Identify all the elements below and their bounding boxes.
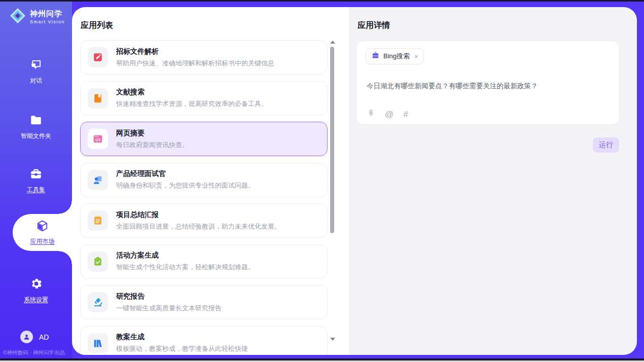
app-detail-card: Bing搜索 × 今日湖北有哪些新闻要点？有哪些需要关注的最新政策？ @ # [356, 41, 620, 125]
folder-icon [29, 114, 43, 129]
app-name: 活动方案生成 [116, 251, 255, 260]
scroll-down-arrow-icon[interactable] [330, 338, 335, 341]
bubble-curve-bottom [59, 251, 72, 264]
app-name: 产品经理面试官 [116, 169, 255, 178]
gear-icon [29, 277, 43, 293]
browser-code-icon [88, 129, 108, 149]
list-item-event-plan[interactable]: 活动方案生成 智能生成个性化活动方案，轻松解决规划难题。 [80, 244, 328, 279]
user-account[interactable]: AD [20, 331, 49, 343]
brand-logo: 神州问学 Smart Vision [9, 7, 65, 26]
app-frame: 神州问学 Smart Vision 对话 智能文件夹 [0, 0, 644, 362]
interviewer-icon [88, 170, 108, 190]
app-name: 项目总结汇报 [116, 210, 281, 220]
sidebar-item-smart-folder[interactable]: 智能文件夹 [0, 114, 72, 140]
brand-name: 神州问学 [30, 9, 65, 19]
main-content: 应用列表 招标文件解析 帮助用户快速、准确地理解和解析招标书中的关键信息 [72, 7, 637, 355]
notepad-icon [88, 210, 108, 231]
app-desc: 智能生成个性化活动方案，轻松解决规划难题。 [116, 263, 255, 272]
app-list-panel: 应用列表 招标文件解析 帮助用户快速、准确地理解和解析招标书中的关键信息 [72, 7, 349, 355]
app-desc: 快速精准查找学术资源，提高研究效率的必备工具。 [116, 99, 268, 108]
microscope-icon [88, 292, 108, 312]
sidebar-item-label: 工具集 [27, 186, 45, 194]
scrollbar-thumb[interactable] [330, 47, 334, 233]
list-item-webpage-summary[interactable]: 网页摘要 每日政府新闻资讯快查。 [80, 122, 328, 156]
list-scrollbar[interactable] [330, 41, 335, 345]
scroll-up-arrow-icon[interactable] [330, 41, 335, 44]
brand-subtitle: Smart Vision [30, 19, 65, 24]
sidebar-item-app-market[interactable]: 应用市场 [13, 214, 72, 251]
app-desc: 模板驱动，教案秒成，教学准备从此轻松快捷 [116, 344, 248, 353]
briefcase-icon [371, 51, 380, 61]
list-item-project-summary[interactable]: 项目总结汇报 全面回顾项目进展，总结经验教训，助力未来优化发展。 [80, 203, 328, 238]
app-desc: 每日政府新闻资讯快查。 [116, 140, 189, 150]
app-desc: 一键智能生成高质量长文本研究报告 [116, 304, 222, 313]
sidebar-item-chat[interactable]: 对话 [0, 58, 72, 85]
cube-icon [35, 219, 49, 235]
chat-icon [29, 58, 43, 74]
bubble-curve-top [59, 201, 72, 214]
input-toolbar: @ # [367, 109, 408, 120]
pencil-square-icon [88, 47, 108, 67]
app-list-title: 应用列表 [81, 20, 113, 31]
sidebar-item-label: 对话 [30, 77, 42, 85]
mention-icon[interactable]: @ [385, 110, 393, 119]
diamond-logo-icon [9, 7, 26, 26]
sidebar-item-label: 智能文件夹 [21, 132, 51, 140]
list-item-literature-search[interactable]: 文献搜索 快速精准查找学术资源，提高研究效率的必备工具。 [80, 81, 328, 116]
toolbox-icon [29, 167, 43, 183]
list-item-pm-interviewer[interactable]: 产品经理面试官 明确身份和职责，为您提供专业性的面试问题。 [80, 163, 328, 197]
app-detail-panel: 应用详情 Bing搜索 × 今日湖北有哪些新闻要点？有哪些需要关注的最新政策？ [349, 7, 637, 355]
user-name: AD [39, 333, 49, 341]
sidebar-item-settings[interactable]: 系统设置 [0, 277, 72, 304]
app-name: 文献搜索 [116, 88, 268, 97]
app-list: 招标文件解析 帮助用户快速、准确地理解和解析招标书中的关键信息 文献搜索 快速精… [80, 40, 328, 355]
sidebar-item-label: 系统设置 [24, 296, 48, 304]
hash-icon[interactable]: # [403, 110, 408, 119]
attachment-icon[interactable] [367, 109, 375, 120]
window-top-border [0, 0, 644, 2]
app-name: 教案生成 [116, 333, 248, 342]
app-detail-title: 应用详情 [357, 20, 390, 31]
app-name: 研究报告 [116, 292, 222, 301]
app-desc: 全面回顾项目进展，总结经验教训，助力未来优化发展。 [116, 222, 281, 231]
list-item-research-report[interactable]: 研究报告 一键智能生成高质量长文本研究报告 [80, 285, 328, 319]
list-item-lesson-plan[interactable]: 教案生成 模板驱动，教案秒成，教学准备从此轻松快捷 [80, 326, 328, 355]
app-desc: 明确身份和职责，为您提供专业性的面试问题。 [116, 181, 255, 190]
query-input[interactable]: 今日湖北有哪些新闻要点？有哪些需要关注的最新政策？ [367, 82, 609, 91]
books-icon [88, 333, 108, 353]
run-button[interactable]: 运行 [593, 137, 619, 153]
tool-chip-label: Bing搜索 [383, 52, 410, 61]
book-icon [88, 88, 108, 108]
tool-chip-bing-search[interactable]: Bing搜索 × [366, 48, 424, 64]
app-name: 网页摘要 [116, 129, 189, 138]
app-desc: 帮助用户快速、准确地理解和解析招标书中的关键信息 [116, 59, 274, 68]
sidebar: 神州问学 Smart Vision 对话 智能文件夹 [0, 2, 72, 358]
list-item-bid-analysis[interactable]: 招标文件解析 帮助用户快速、准确地理解和解析招标书中的关键信息 [80, 40, 328, 75]
app-name: 招标文件解析 [116, 47, 274, 56]
sidebar-item-toolset[interactable]: 工具集 [0, 167, 72, 194]
clipboard-check-icon [88, 251, 108, 272]
close-icon[interactable]: × [414, 53, 418, 60]
sidebar-item-label: 应用市场 [30, 237, 55, 246]
avatar [20, 331, 33, 343]
copyright-footer: ©神州数码 · 神州问学出品 [3, 349, 65, 356]
